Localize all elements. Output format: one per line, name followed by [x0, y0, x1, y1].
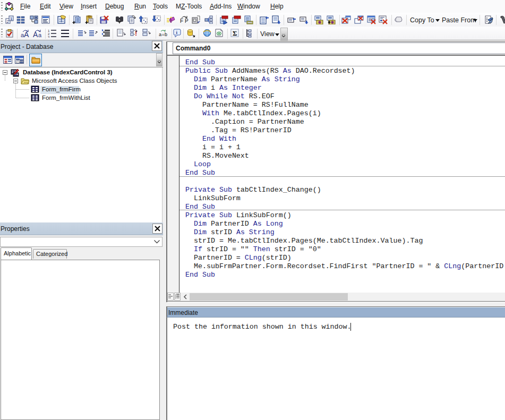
svg-text:1: 1	[10, 16, 13, 21]
svg-text:P: P	[185, 18, 189, 24]
svg-text:F: F	[180, 18, 183, 24]
svg-text:a: a	[38, 32, 42, 38]
svg-text:!: !	[135, 29, 137, 37]
svg-text:3: 3	[48, 36, 50, 38]
svg-text:Σ: Σ	[233, 29, 237, 37]
svg-text:a=b: a=b	[159, 32, 167, 38]
